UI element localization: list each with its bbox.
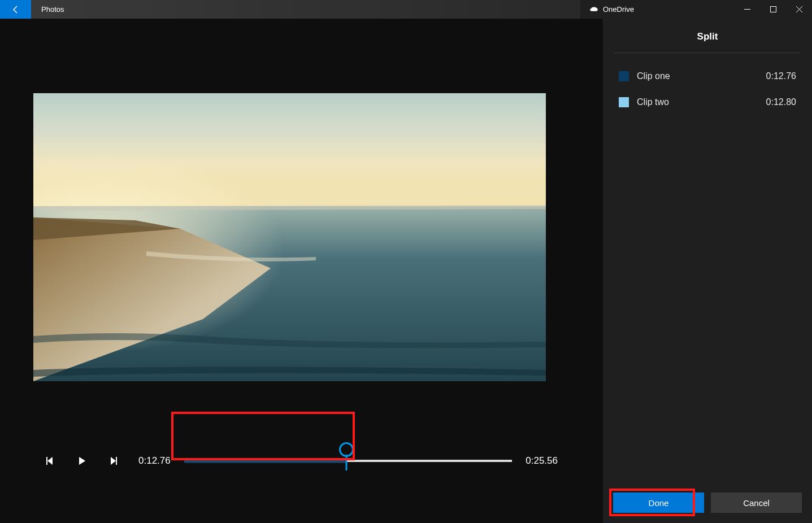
cloud-icon <box>589 5 598 14</box>
frame-forward-icon <box>108 456 118 466</box>
timeline-playhead[interactable] <box>339 454 354 468</box>
play-icon <box>77 456 87 466</box>
cancel-button[interactable]: Cancel <box>711 493 802 513</box>
svg-rect-1 <box>770 7 776 12</box>
minimize-icon <box>744 6 750 12</box>
play-button[interactable] <box>71 450 93 472</box>
playback-controls: 0:12.76 0:25.56 <box>40 439 563 482</box>
video-editor-pane: 0:12.76 0:25.56 <box>0 19 603 523</box>
clip-color-swatch <box>619 71 629 81</box>
frame-back-icon <box>46 456 56 466</box>
clip-name: Clip one <box>637 71 766 81</box>
frame-back-button[interactable] <box>40 450 62 472</box>
split-panel: Split Clip one 0:12.76 Clip two 0:12.80 … <box>603 19 812 523</box>
playhead-line-icon <box>346 455 348 470</box>
panel-title: Split <box>603 19 812 53</box>
onedrive-label: OneDrive <box>603 5 634 14</box>
timeline-total-time: 0:25.56 <box>526 455 558 467</box>
clip-row[interactable]: Clip two 0:12.80 <box>619 89 796 115</box>
onedrive-status[interactable]: OneDrive <box>580 0 734 19</box>
done-button[interactable]: Done <box>613 493 704 513</box>
svg-marker-10 <box>111 457 116 465</box>
maximize-icon <box>770 6 776 12</box>
svg-marker-7 <box>47 457 53 465</box>
clip-duration: 0:12.76 <box>766 71 796 81</box>
arrow-left-icon <box>11 5 20 14</box>
video-preview[interactable] <box>33 93 546 381</box>
maximize-button[interactable] <box>760 0 786 19</box>
close-button[interactable] <box>786 0 812 19</box>
frame-forward-button[interactable] <box>102 450 124 472</box>
timeline-track-clip-one <box>184 459 346 463</box>
svg-rect-8 <box>46 457 47 465</box>
clip-list: Clip one 0:12.76 Clip two 0:12.80 <box>603 53 812 125</box>
clip-row[interactable]: Clip one 0:12.76 <box>619 63 796 89</box>
back-button[interactable] <box>0 0 31 19</box>
minimize-button[interactable] <box>734 0 760 19</box>
timeline-current-time: 0:12.76 <box>138 455 171 467</box>
app-title: Photos <box>41 5 64 14</box>
clip-name: Clip two <box>637 97 766 107</box>
clip-duration: 0:12.80 <box>766 97 796 107</box>
clip-color-swatch <box>619 97 629 107</box>
svg-marker-9 <box>79 457 85 465</box>
svg-rect-11 <box>116 457 117 465</box>
title-bar: Photos OneDrive <box>0 0 812 19</box>
timeline-track[interactable] <box>184 444 513 478</box>
close-icon <box>796 6 802 12</box>
